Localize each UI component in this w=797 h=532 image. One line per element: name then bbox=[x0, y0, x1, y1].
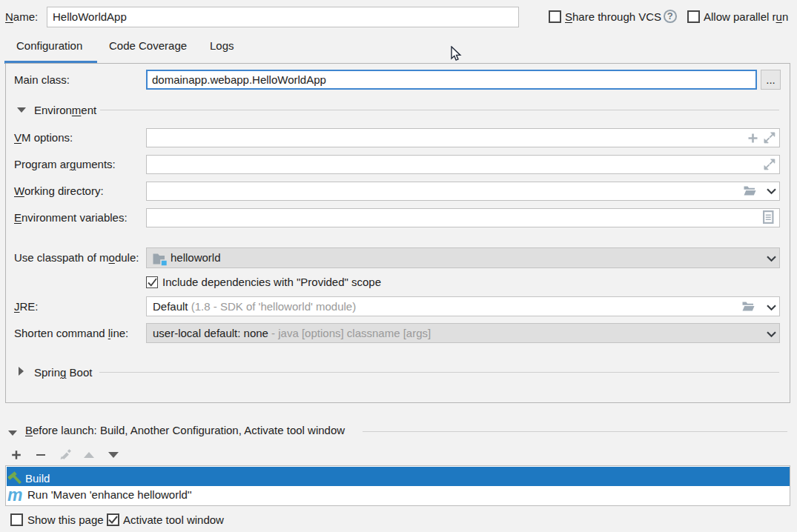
svg-text:m: m bbox=[7, 487, 22, 503]
